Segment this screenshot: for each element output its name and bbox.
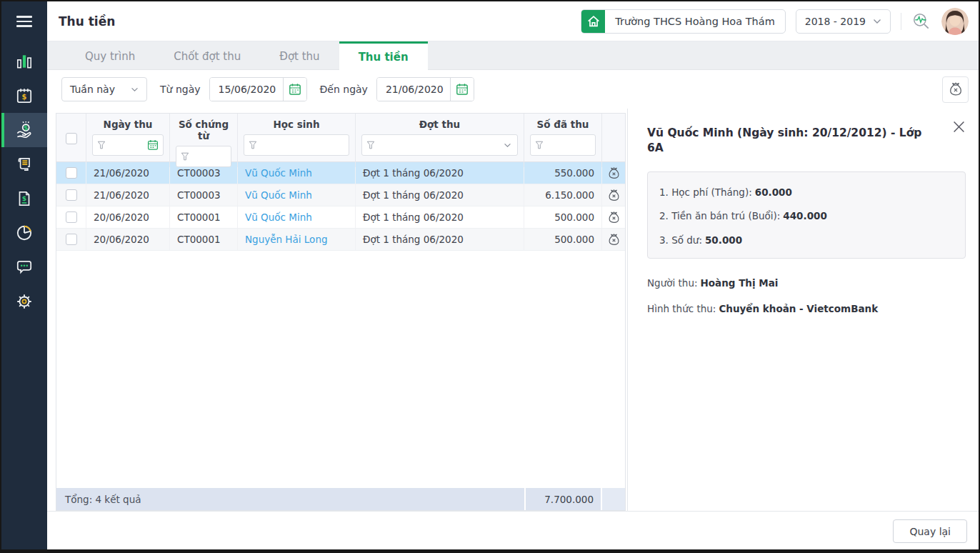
bar-chart-icon [15, 52, 34, 71]
period-value: Tuần này [70, 84, 115, 95]
sidebar-item-dashboard[interactable] [1, 44, 47, 79]
cancel-receipt-button[interactable] [606, 188, 621, 203]
from-date-input[interactable] [210, 78, 283, 101]
filter-bar: Tuần này Từ ngày Đến ngày [47, 70, 979, 109]
payment-method-value: Chuyển khoản - VietcomBank [719, 303, 878, 314]
collect-money-icon [15, 121, 34, 140]
student-filter-input[interactable] [244, 134, 349, 156]
batch-filter-select[interactable] [361, 134, 518, 156]
divider [901, 13, 901, 30]
fee-label: 3. Số dư: [659, 234, 702, 246]
money-bag-x-icon [606, 166, 621, 181]
calendar-money-icon [15, 86, 34, 105]
fee-item: 2. Tiền ăn bán trú (Buổi):440.000 [659, 210, 954, 223]
payment-method-row: Hình thức thu:Chuyển khoản - VietcomBank [647, 303, 966, 314]
pie-chart-icon [15, 224, 34, 242]
calendar-icon[interactable] [147, 139, 159, 151]
school-name: Trường THCS Hoàng Hoa Thám [605, 16, 784, 27]
detail-title: Vũ Quốc Minh (Ngày sinh: 20/12/2012) - L… [647, 126, 966, 156]
student-link[interactable]: Vũ Quốc Minh [245, 189, 312, 201]
date-cell: 21/06/2020 [86, 184, 170, 206]
cancel-receipt-button[interactable] [606, 232, 621, 247]
amount-cell: 6.150.000 [524, 184, 602, 206]
amount-filter-input[interactable] [530, 134, 596, 156]
search-trend-button[interactable] [911, 11, 931, 31]
table-row[interactable]: 20/06/2020 CT00001 Nguyễn Hải Long Đợt 1… [56, 229, 625, 251]
hamburger-icon [16, 13, 32, 30]
period-select[interactable]: Tuần này [61, 77, 147, 101]
column-header-student: Học sinh [244, 119, 349, 130]
select-all-checkbox[interactable] [66, 133, 77, 144]
detail-panel: Vũ Quốc Minh (Ngày sinh: 20/12/2012) - L… [627, 109, 979, 511]
sidebar-item-receipts[interactable] [1, 147, 47, 181]
sidebar-item-invoices[interactable] [1, 181, 47, 216]
student-link[interactable]: Nguyễn Hải Long [245, 234, 328, 245]
doc-cell: CT00003 [170, 184, 238, 206]
to-date-input[interactable] [377, 78, 450, 101]
fee-value: 50.000 [705, 234, 742, 246]
calendar-icon [289, 83, 301, 96]
close-icon [953, 121, 965, 133]
fee-value: 440.000 [783, 210, 827, 221]
back-button[interactable]: Quay lại [893, 519, 967, 543]
school-selector[interactable]: Trường THCS Hoàng Hoa Thám [581, 9, 785, 34]
fee-item: 3. Số dư:50.000 [659, 234, 954, 247]
fee-label: 2. Tiền ăn bán trú (Buổi): [659, 210, 780, 221]
school-year-value: 2018 - 2019 [805, 16, 866, 27]
bottom-bar: Quay lại [47, 511, 979, 549]
table-footer: Tổng: 4 kết quả 7.700.000 [56, 488, 625, 510]
row-checkbox[interactable] [66, 189, 77, 201]
tab-quy-trinh[interactable]: Quy trình [66, 41, 154, 69]
calendar-icon [456, 83, 469, 96]
menu-toggle-button[interactable] [1, 1, 47, 41]
row-checkbox[interactable] [66, 211, 77, 223]
cancel-receipt-toolbar-button[interactable] [942, 76, 969, 103]
page-title: Thu tiền [59, 14, 115, 29]
fee-breakdown-box: 1. Học phí (Tháng):60.000 2. Tiền ăn bán… [647, 171, 966, 259]
sidebar-item-collect-money[interactable] [1, 113, 47, 147]
column-header-amount: Số đã thu [530, 119, 596, 130]
row-checkbox[interactable] [66, 167, 77, 179]
receipt-scroll-icon [15, 155, 34, 174]
tab-chot-dot-thu[interactable]: Chốt đợt thu [154, 41, 260, 69]
to-date-calendar-button[interactable] [450, 78, 474, 101]
cancel-receipt-button[interactable] [606, 166, 621, 181]
doc-filter-input[interactable] [176, 146, 231, 167]
tab-dot-thu[interactable]: Đợt thu [260, 41, 339, 69]
from-date-group [209, 77, 307, 101]
money-bag-x-icon [606, 188, 621, 203]
from-date-calendar-button[interactable] [283, 78, 306, 101]
sidebar-item-messages[interactable] [1, 250, 47, 284]
search-trend-icon [911, 11, 931, 31]
tab-thu-tien[interactable]: Thu tiền [339, 41, 428, 70]
student-link[interactable]: Vũ Quốc Minh [245, 167, 312, 179]
fee-value: 60.000 [755, 186, 792, 198]
table-row[interactable]: 20/06/2020 CT00001 Vũ Quốc Minh Đợt 1 th… [56, 206, 625, 229]
school-year-select[interactable]: 2018 - 2019 [796, 9, 891, 34]
top-bar: Thu tiền Trường THCS Hoàng Hoa Thám 2018… [47, 1, 979, 41]
invoice-icon [15, 189, 34, 208]
avatar[interactable] [941, 8, 969, 35]
sidebar-item-settings[interactable] [1, 284, 47, 319]
collector-label: Người thu: [647, 277, 697, 289]
row-checkbox[interactable] [66, 234, 77, 245]
close-panel-button[interactable] [951, 119, 966, 136]
table-row[interactable]: 21/06/2020 CT00003 Vũ Quốc Minh Đợt 1 th… [56, 184, 625, 206]
fee-item: 1. Học phí (Tháng):60.000 [659, 186, 954, 199]
total-amount: 7.700.000 [524, 488, 602, 510]
to-date-group [376, 77, 474, 101]
batch-cell: Đợt 1 tháng 06/2020 [356, 229, 524, 250]
amount-cell: 500.000 [524, 206, 602, 228]
sidebar-item-reports[interactable] [1, 216, 47, 250]
batch-cell: Đợt 1 tháng 06/2020 [356, 184, 524, 206]
doc-cell: CT00001 [170, 206, 238, 228]
doc-cell: CT00001 [170, 229, 238, 250]
payments-table: Ngày thu Số chứng từ Học sinh [56, 113, 626, 511]
collector-value: Hoàng Thị Mai [700, 277, 778, 289]
student-link[interactable]: Vũ Quốc Minh [245, 211, 312, 223]
cancel-receipt-button[interactable] [606, 210, 621, 225]
date-cell: 20/06/2020 [86, 206, 170, 228]
sidebar-item-fee-schedule[interactable] [1, 79, 47, 113]
date-cell: 20/06/2020 [86, 229, 170, 250]
table-empty-area [56, 251, 625, 488]
